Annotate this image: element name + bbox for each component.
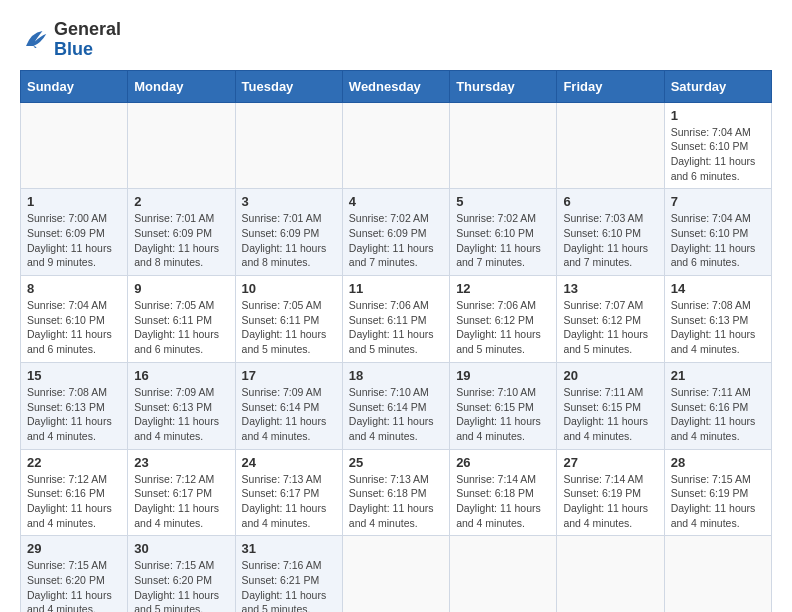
week-row: 29Sunrise: 7:15 AMSunset: 6:20 PMDayligh… [21,536,772,612]
calendar-cell: 10Sunrise: 7:05 AMSunset: 6:11 PMDayligh… [235,276,342,363]
calendar-cell [450,102,557,189]
calendar-cell [342,102,449,189]
day-number: 23 [134,455,228,470]
day-info: Sunrise: 7:11 AMSunset: 6:15 PMDaylight:… [563,385,657,444]
logo: General Blue [20,20,121,60]
day-info: Sunrise: 7:04 AMSunset: 6:10 PMDaylight:… [671,211,765,270]
day-info: Sunrise: 7:06 AMSunset: 6:11 PMDaylight:… [349,298,443,357]
day-info: Sunrise: 7:10 AMSunset: 6:15 PMDaylight:… [456,385,550,444]
calendar-cell: 9Sunrise: 7:05 AMSunset: 6:11 PMDaylight… [128,276,235,363]
day-info: Sunrise: 7:11 AMSunset: 6:16 PMDaylight:… [671,385,765,444]
calendar-cell: 4Sunrise: 7:02 AMSunset: 6:09 PMDaylight… [342,189,449,276]
day-number: 2 [134,194,228,209]
day-number: 21 [671,368,765,383]
day-number: 25 [349,455,443,470]
day-info: Sunrise: 7:14 AMSunset: 6:18 PMDaylight:… [456,472,550,531]
day-number: 5 [456,194,550,209]
calendar-cell: 1Sunrise: 7:04 AMSunset: 6:10 PMDaylight… [664,102,771,189]
week-row: 15Sunrise: 7:08 AMSunset: 6:13 PMDayligh… [21,362,772,449]
calendar-cell [450,536,557,612]
day-info: Sunrise: 7:14 AMSunset: 6:19 PMDaylight:… [563,472,657,531]
day-info: Sunrise: 7:12 AMSunset: 6:16 PMDaylight:… [27,472,121,531]
day-number: 11 [349,281,443,296]
calendar-cell: 29Sunrise: 7:15 AMSunset: 6:20 PMDayligh… [21,536,128,612]
calendar-cell: 26Sunrise: 7:14 AMSunset: 6:18 PMDayligh… [450,449,557,536]
calendar-cell: 6Sunrise: 7:03 AMSunset: 6:10 PMDaylight… [557,189,664,276]
day-info: Sunrise: 7:16 AMSunset: 6:21 PMDaylight:… [242,558,336,612]
day-info: Sunrise: 7:15 AMSunset: 6:20 PMDaylight:… [134,558,228,612]
calendar-table: SundayMondayTuesdayWednesdayThursdayFrid… [20,70,772,612]
day-number: 31 [242,541,336,556]
day-number: 26 [456,455,550,470]
day-number: 6 [563,194,657,209]
day-number: 10 [242,281,336,296]
day-header-monday: Monday [128,70,235,102]
calendar-cell: 18Sunrise: 7:10 AMSunset: 6:14 PMDayligh… [342,362,449,449]
calendar-cell: 20Sunrise: 7:11 AMSunset: 6:15 PMDayligh… [557,362,664,449]
day-number: 1 [671,108,765,123]
calendar-cell [128,102,235,189]
calendar-cell: 7Sunrise: 7:04 AMSunset: 6:10 PMDaylight… [664,189,771,276]
day-info: Sunrise: 7:08 AMSunset: 6:13 PMDaylight:… [27,385,121,444]
week-row: 1Sunrise: 7:04 AMSunset: 6:10 PMDaylight… [21,102,772,189]
day-info: Sunrise: 7:04 AMSunset: 6:10 PMDaylight:… [27,298,121,357]
calendar-cell [342,536,449,612]
day-number: 18 [349,368,443,383]
week-row: 8Sunrise: 7:04 AMSunset: 6:10 PMDaylight… [21,276,772,363]
day-info: Sunrise: 7:15 AMSunset: 6:19 PMDaylight:… [671,472,765,531]
day-number: 22 [27,455,121,470]
day-info: Sunrise: 7:05 AMSunset: 6:11 PMDaylight:… [242,298,336,357]
day-number: 12 [456,281,550,296]
day-number: 29 [27,541,121,556]
day-number: 15 [27,368,121,383]
day-header-tuesday: Tuesday [235,70,342,102]
day-info: Sunrise: 7:01 AMSunset: 6:09 PMDaylight:… [242,211,336,270]
day-number: 28 [671,455,765,470]
calendar-cell: 16Sunrise: 7:09 AMSunset: 6:13 PMDayligh… [128,362,235,449]
calendar-cell: 13Sunrise: 7:07 AMSunset: 6:12 PMDayligh… [557,276,664,363]
calendar-cell: 2Sunrise: 7:01 AMSunset: 6:09 PMDaylight… [128,189,235,276]
day-number: 20 [563,368,657,383]
day-info: Sunrise: 7:01 AMSunset: 6:09 PMDaylight:… [134,211,228,270]
day-info: Sunrise: 7:07 AMSunset: 6:12 PMDaylight:… [563,298,657,357]
day-number: 7 [671,194,765,209]
day-info: Sunrise: 7:10 AMSunset: 6:14 PMDaylight:… [349,385,443,444]
day-number: 19 [456,368,550,383]
day-number: 4 [349,194,443,209]
calendar-cell: 12Sunrise: 7:06 AMSunset: 6:12 PMDayligh… [450,276,557,363]
calendar-cell [664,536,771,612]
day-number: 1 [27,194,121,209]
day-info: Sunrise: 7:08 AMSunset: 6:13 PMDaylight:… [671,298,765,357]
calendar-cell: 21Sunrise: 7:11 AMSunset: 6:16 PMDayligh… [664,362,771,449]
calendar-cell: 8Sunrise: 7:04 AMSunset: 6:10 PMDaylight… [21,276,128,363]
day-number: 17 [242,368,336,383]
day-info: Sunrise: 7:13 AMSunset: 6:18 PMDaylight:… [349,472,443,531]
day-info: Sunrise: 7:13 AMSunset: 6:17 PMDaylight:… [242,472,336,531]
day-number: 8 [27,281,121,296]
day-info: Sunrise: 7:06 AMSunset: 6:12 PMDaylight:… [456,298,550,357]
day-number: 13 [563,281,657,296]
day-number: 9 [134,281,228,296]
day-info: Sunrise: 7:02 AMSunset: 6:10 PMDaylight:… [456,211,550,270]
day-number: 27 [563,455,657,470]
day-info: Sunrise: 7:00 AMSunset: 6:09 PMDaylight:… [27,211,121,270]
calendar-cell: 1Sunrise: 7:00 AMSunset: 6:09 PMDaylight… [21,189,128,276]
calendar-cell: 5Sunrise: 7:02 AMSunset: 6:10 PMDaylight… [450,189,557,276]
calendar-cell: 3Sunrise: 7:01 AMSunset: 6:09 PMDaylight… [235,189,342,276]
week-row: 22Sunrise: 7:12 AMSunset: 6:16 PMDayligh… [21,449,772,536]
calendar-cell: 15Sunrise: 7:08 AMSunset: 6:13 PMDayligh… [21,362,128,449]
day-info: Sunrise: 7:15 AMSunset: 6:20 PMDaylight:… [27,558,121,612]
day-number: 30 [134,541,228,556]
day-number: 24 [242,455,336,470]
day-header-saturday: Saturday [664,70,771,102]
calendar-cell: 11Sunrise: 7:06 AMSunset: 6:11 PMDayligh… [342,276,449,363]
calendar-cell: 22Sunrise: 7:12 AMSunset: 6:16 PMDayligh… [21,449,128,536]
page-header: General Blue [20,20,772,60]
day-header-wednesday: Wednesday [342,70,449,102]
calendar-cell: 17Sunrise: 7:09 AMSunset: 6:14 PMDayligh… [235,362,342,449]
day-header-sunday: Sunday [21,70,128,102]
day-number: 16 [134,368,228,383]
day-info: Sunrise: 7:09 AMSunset: 6:13 PMDaylight:… [134,385,228,444]
day-info: Sunrise: 7:09 AMSunset: 6:14 PMDaylight:… [242,385,336,444]
calendar-cell: 19Sunrise: 7:10 AMSunset: 6:15 PMDayligh… [450,362,557,449]
